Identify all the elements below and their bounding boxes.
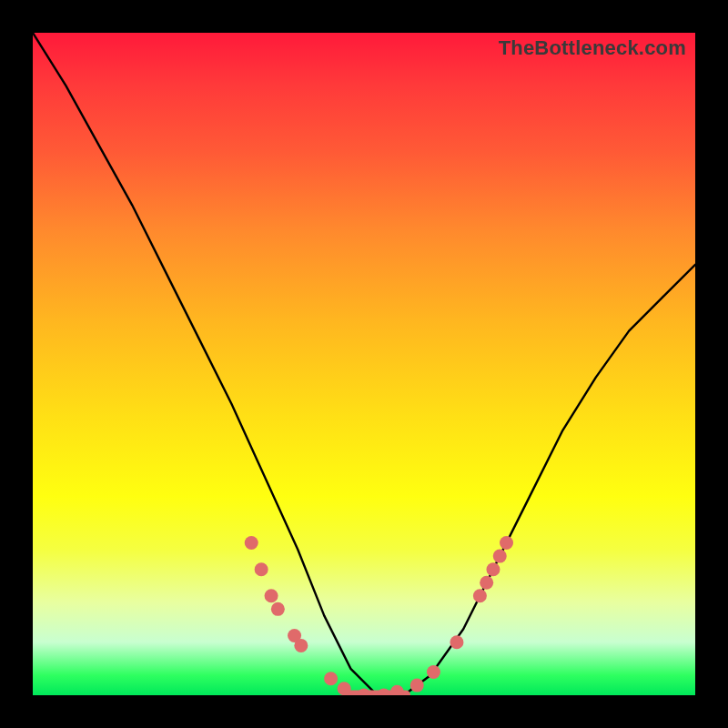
data-marker bbox=[493, 550, 507, 563]
chart-frame: TheBottleneck.com bbox=[0, 0, 728, 728]
plot-area: TheBottleneck.com bbox=[33, 33, 695, 695]
data-marker bbox=[245, 536, 258, 550]
data-marker bbox=[480, 576, 493, 590]
data-marker bbox=[377, 689, 390, 696]
data-marker bbox=[338, 682, 351, 695]
data-marker bbox=[427, 665, 440, 679]
data-marker bbox=[294, 639, 308, 652]
data-marker bbox=[324, 672, 338, 685]
data-marker bbox=[390, 685, 404, 695]
v-curve bbox=[33, 33, 695, 695]
data-marker bbox=[500, 536, 513, 550]
data-marker bbox=[255, 562, 268, 576]
curve-layer bbox=[33, 33, 695, 695]
data-marker bbox=[450, 635, 463, 649]
data-marker bbox=[410, 679, 424, 693]
data-marker bbox=[358, 689, 371, 696]
marker-layer bbox=[245, 536, 513, 695]
data-marker bbox=[271, 602, 285, 616]
data-marker bbox=[486, 562, 500, 576]
data-marker bbox=[473, 589, 487, 602]
bottleneck-curve bbox=[33, 33, 695, 695]
data-marker bbox=[265, 589, 278, 602]
